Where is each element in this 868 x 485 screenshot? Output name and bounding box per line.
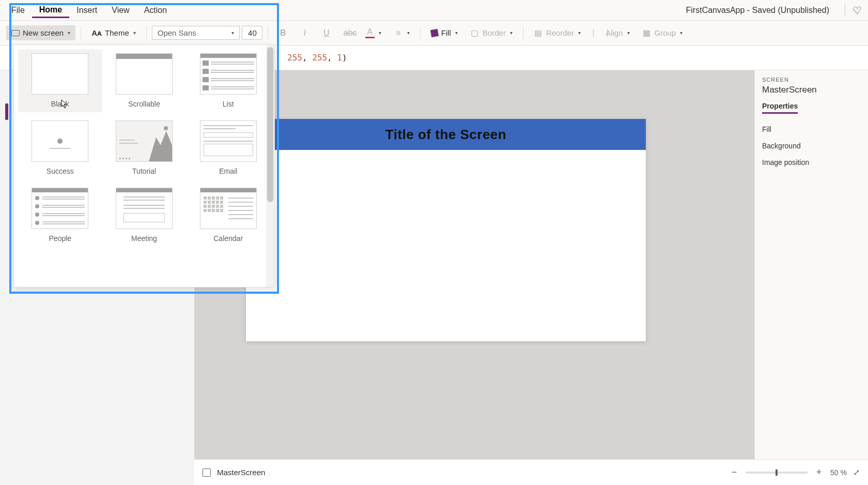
- template-label: People: [49, 234, 72, 242]
- popup-scrollbar[interactable]: [266, 45, 274, 287]
- chevron-down-icon: ▾: [133, 30, 136, 36]
- popup-scrollbar-thumb[interactable]: [267, 47, 273, 202]
- zoom-out-button[interactable]: −: [729, 467, 739, 478]
- ribbon: New screen ▾ Aᴀ Theme ▾ Open Sans ▾ 40 B…: [0, 21, 868, 46]
- template-label: List: [223, 100, 234, 108]
- left-rail-active-indicator: [5, 103, 8, 120]
- italic-button[interactable]: I: [295, 25, 315, 41]
- template-people[interactable]: People: [18, 184, 102, 247]
- zoom-in-button[interactable]: +: [814, 467, 824, 478]
- chevron-down-icon: ▾: [455, 30, 458, 36]
- font-family-select[interactable]: Open Sans ▾: [152, 26, 240, 40]
- template-people-thumb: [32, 188, 88, 229]
- font-color-button[interactable]: A▾: [360, 24, 386, 41]
- group-button[interactable]: ▦ Group ▾: [637, 25, 688, 41]
- italic-icon: I: [300, 28, 309, 38]
- template-success[interactable]: Success: [18, 116, 102, 179]
- property-row-fill[interactable]: Fill: [762, 121, 861, 138]
- divider: [845, 4, 845, 17]
- screen-title: Title of the Screen: [385, 127, 506, 143]
- border-icon: ▢: [470, 28, 479, 38]
- template-email[interactable]: Email: [186, 116, 270, 179]
- formula-num: 1: [337, 53, 342, 63]
- menu-action[interactable]: Action: [137, 3, 174, 18]
- property-row-image-position[interactable]: Image position: [762, 154, 861, 171]
- property-row-background[interactable]: Background: [762, 138, 861, 154]
- zoom-value: 50 %: [830, 468, 847, 477]
- chevron-down-icon: ▾: [578, 30, 581, 36]
- align-objects-label: Align: [606, 28, 623, 37]
- canvas-screen[interactable]: Title of the Screen: [246, 119, 646, 341]
- template-blank[interactable]: Blank: [18, 49, 102, 112]
- diagnostic-icon[interactable]: ♡: [850, 4, 864, 17]
- status-bar: MasterScreen − + 50 % ⤢: [194, 459, 868, 485]
- chevron-down-icon: ▾: [680, 30, 683, 36]
- screen-header[interactable]: Title of the Screen: [246, 119, 646, 150]
- font-size-input[interactable]: 40: [242, 26, 262, 40]
- template-label: Email: [219, 167, 237, 175]
- template-success-thumb: [32, 120, 88, 162]
- bold-button[interactable]: B: [273, 25, 293, 41]
- menu-insert[interactable]: Insert: [69, 3, 104, 18]
- align-icon: ≡: [394, 28, 403, 38]
- separator: [146, 26, 147, 40]
- template-scrollable[interactable]: Scrollable: [102, 49, 187, 112]
- zoom-slider[interactable]: [746, 472, 808, 474]
- theme-button[interactable]: Aᴀ Theme ▾: [86, 25, 141, 41]
- chevron-down-icon: ▾: [627, 30, 630, 36]
- align-objects-button[interactable]: ⎸⎹ Align ▾: [588, 25, 634, 41]
- align-objects-icon: ⎸⎹: [593, 28, 602, 38]
- strikethrough-button[interactable]: abc: [338, 25, 358, 41]
- screen-icon: [11, 30, 20, 36]
- formula-content: 255, 255, 1): [287, 53, 347, 63]
- zoom-controls: − + 50 % ⤢: [729, 467, 860, 478]
- border-label: Border: [483, 28, 506, 37]
- chevron-down-icon: ▾: [379, 30, 381, 36]
- properties-tab[interactable]: Properties: [762, 102, 798, 114]
- reorder-label: Reorder: [546, 28, 574, 37]
- align-text-button[interactable]: ≡▾: [389, 25, 415, 41]
- fill-button[interactable]: Fill ▾: [426, 25, 463, 40]
- template-tutorial-thumb: [116, 120, 173, 162]
- formula-num: 255: [287, 53, 302, 63]
- template-calendar[interactable]: Calendar: [186, 184, 270, 247]
- theme-label: Theme: [105, 28, 129, 37]
- chevron-down-icon: ▾: [231, 30, 234, 36]
- fullscreen-icon[interactable]: ⤢: [853, 467, 860, 477]
- chevron-down-icon: ▾: [407, 30, 410, 36]
- underline-icon: U: [322, 28, 331, 38]
- bold-icon: B: [278, 28, 288, 38]
- separator: [81, 26, 81, 40]
- separator: [268, 26, 268, 40]
- template-meeting-thumb: [116, 188, 173, 229]
- status-screen-name: MasterScreen: [217, 468, 265, 477]
- theme-icon: Aᴀ: [91, 28, 102, 38]
- template-tutorial[interactable]: Tutorial: [102, 116, 187, 179]
- template-grid: Blank Scrollable List Success: [14, 45, 274, 251]
- template-list[interactable]: List: [186, 49, 270, 112]
- menu-view[interactable]: View: [104, 3, 136, 18]
- template-blank-thumb: [32, 53, 88, 95]
- reorder-icon: ▤: [534, 28, 543, 38]
- template-calendar-thumb: [200, 188, 257, 229]
- zoom-slider-thumb[interactable]: [776, 469, 778, 476]
- chevron-down-icon: ▾: [68, 30, 70, 36]
- reorder-button[interactable]: ▤ Reorder ▾: [529, 25, 586, 41]
- menu-home[interactable]: Home: [32, 2, 69, 18]
- template-label: Tutorial: [132, 167, 156, 175]
- underline-button[interactable]: U: [317, 25, 336, 41]
- border-button[interactable]: ▢ Border ▾: [465, 25, 518, 41]
- screen-checkbox[interactable]: [203, 468, 211, 477]
- new-screen-button[interactable]: New screen ▾: [6, 25, 75, 40]
- strikethrough-icon: abc: [344, 28, 353, 38]
- properties-object-name: MasterScreen: [762, 85, 861, 95]
- menu-file[interactable]: File: [4, 3, 32, 18]
- properties-section-label: SCREEN: [762, 77, 861, 83]
- font-color-icon: A: [365, 27, 375, 38]
- template-meeting[interactable]: Meeting: [102, 184, 187, 247]
- formula-num: 255: [312, 53, 327, 63]
- chevron-down-icon: ▾: [510, 30, 513, 36]
- template-list-thumb: [200, 53, 257, 95]
- template-label: Scrollable: [128, 100, 160, 108]
- group-icon: ▦: [642, 28, 652, 38]
